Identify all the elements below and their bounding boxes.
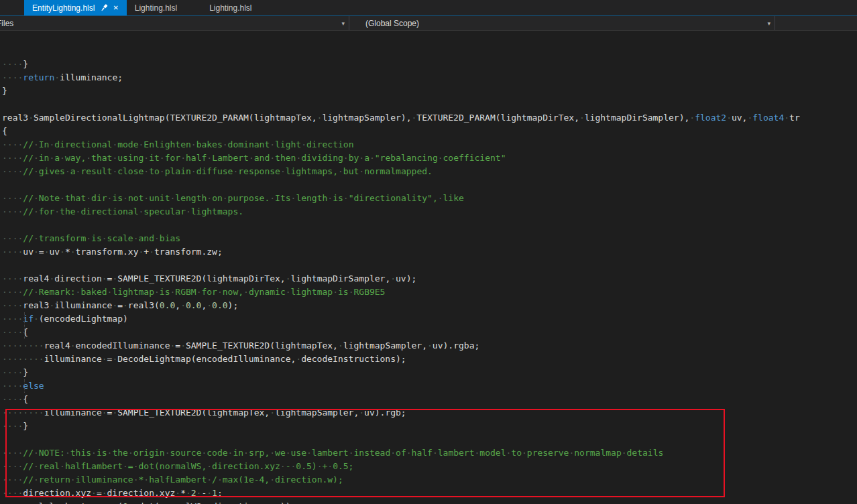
tab-lighting-1[interactable]: Lighting.hlsl [127, 0, 185, 15]
whitespace-dot: · [34, 475, 39, 485]
whitespace-dot: · [784, 113, 789, 123]
whitespace-dot: · [2, 488, 7, 498]
whitespace-dot: · [207, 193, 212, 203]
code-line: ····real3·illuminance·=·real3(0.0,·0.0,·… [2, 299, 857, 312]
code-line: { [2, 125, 857, 138]
whitespace-dot: · [34, 233, 39, 243]
whitespace-dot: · [338, 166, 343, 176]
whitespace-dot: · [180, 340, 186, 351]
whitespace-dot: · [54, 72, 60, 82]
whitespace-dot: · [133, 461, 139, 471]
whitespace-dot: · [160, 166, 165, 176]
code-line: ····//·return·illuminance·*·halfLambert·… [2, 473, 857, 487]
whitespace-dot: · [2, 448, 7, 458]
whitespace-dot: · [28, 113, 34, 123]
whitespace-dot: · [7, 327, 13, 337]
whitespace-dot: · [7, 314, 13, 324]
whitespace-dot: · [343, 193, 349, 203]
whitespace-dot: · [2, 501, 7, 504]
whitespace-dot: · [7, 206, 13, 216]
whitespace-dot: · [86, 153, 91, 163]
member-dropdown[interactable] [775, 16, 857, 30]
whitespace-dot: · [270, 153, 275, 163]
code-line: ····} [2, 58, 857, 71]
project-dropdown[interactable]: Files ▾ [0, 16, 349, 30]
code-line: ····//·in·a·way,·that·using·it·for·half·… [2, 151, 857, 165]
whitespace-dot: · [2, 421, 7, 431]
whitespace-dot: · [7, 59, 13, 69]
whitespace-dot: · [39, 354, 44, 364]
whitespace-dot: · [7, 461, 13, 471]
tab-lighting-2[interactable]: Lighting.hlsl [201, 0, 260, 15]
whitespace-dot: · [223, 193, 228, 203]
whitespace-dot: · [270, 475, 275, 485]
whitespace-dot: · [102, 488, 107, 498]
whitespace-dot: · [7, 381, 13, 391]
whitespace-dot: · [91, 448, 97, 458]
whitespace-dot: · [2, 287, 7, 297]
whitespace-dot: · [579, 113, 585, 123]
tab-label: Lighting.hlsl [209, 3, 251, 13]
code-line: ····//·real·halfLambert·=·dot(normalWS,·… [2, 460, 857, 473]
whitespace-dot: · [280, 166, 286, 176]
whitespace-dot: · [123, 461, 128, 471]
whitespace-dot: · [207, 300, 212, 310]
scope-dropdown[interactable]: (Global Scope) ▾ [349, 16, 775, 30]
whitespace-dot: · [622, 448, 627, 458]
code-line: ····//·gives·a·result·close·to·plain·dif… [2, 165, 857, 178]
project-dropdown-label: Files [0, 19, 13, 28]
code-line: ····//·Note·that·dir·is·not·unit·length·… [2, 192, 857, 205]
whitespace-dot: · [34, 206, 39, 216]
tab-entitylighting[interactable]: EntityLighting.hlsl ✕ [24, 0, 127, 15]
whitespace-dot: · [34, 407, 39, 418]
code-line: ····//·In·directional·mode·Enlighten·bak… [2, 138, 857, 151]
whitespace-dot: · [207, 461, 212, 471]
whitespace-dot: · [438, 193, 443, 203]
whitespace-dot: · [34, 448, 39, 458]
whitespace-dot: · [270, 448, 275, 458]
whitespace-dot: · [128, 448, 133, 458]
code-line: ····{ [2, 326, 857, 339]
whitespace-dot: · [34, 193, 39, 203]
whitespace-dot: · [165, 448, 170, 458]
whitespace-dot: · [133, 501, 139, 504]
whitespace-dot: · [123, 300, 128, 310]
close-icon[interactable]: ✕ [113, 5, 118, 11]
whitespace-dot: · [7, 273, 13, 284]
whitespace-dot: · [7, 488, 13, 498]
whitespace-dot: · [144, 193, 149, 203]
whitespace-dot: · [7, 193, 13, 203]
whitespace-dot: · [243, 287, 249, 297]
code-line: ····//·for·the·directional·specular·ligh… [2, 205, 857, 218]
whitespace-dot: · [7, 407, 13, 418]
whitespace-dot: · [207, 475, 212, 485]
code-editor[interactable]: ····}····return·illuminance;}real3·Sampl… [0, 31, 857, 504]
pin-icon[interactable] [101, 4, 108, 11]
whitespace-dot: · [34, 153, 39, 163]
whitespace-dot: · [70, 340, 76, 351]
whitespace-dot: · [7, 233, 13, 243]
whitespace-dot: · [149, 247, 154, 257]
whitespace-dot: · [306, 448, 312, 458]
whitespace-dot: · [160, 153, 165, 163]
whitespace-dot: · [7, 139, 13, 149]
whitespace-dot: · [7, 287, 13, 297]
whitespace-dot: · [406, 448, 412, 458]
whitespace-dot: · [249, 153, 254, 163]
code-line: } [2, 84, 857, 98]
whitespace-dot: · [2, 166, 7, 176]
whitespace-dot: · [2, 247, 7, 257]
whitespace-dot: · [689, 113, 695, 123]
whitespace-dot: · [97, 501, 102, 504]
whitespace-dot: · [7, 166, 13, 176]
code-line [2, 218, 857, 232]
whitespace-dot: · [7, 448, 13, 458]
whitespace-dot: · [91, 488, 97, 498]
code-line: ····if·(encodedLightmap) [2, 312, 857, 326]
whitespace-dot: · [7, 153, 13, 163]
whitespace-dot: · [186, 488, 191, 498]
whitespace-dot: · [39, 407, 44, 418]
whitespace-dot: · [2, 314, 7, 324]
code-line: ····direction.xyz·=·direction.xyz·*·2·-·… [2, 487, 857, 500]
whitespace-dot: · [7, 394, 13, 404]
